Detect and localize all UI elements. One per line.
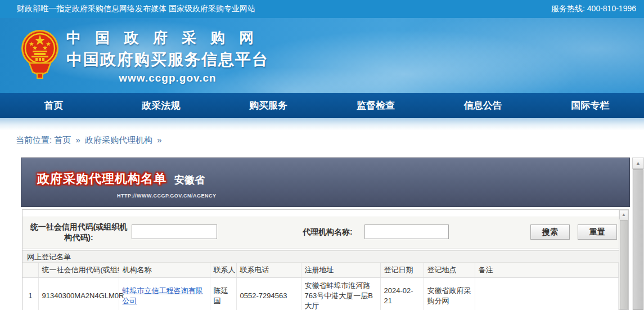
agency-table: 统一社会信用代码(或组织 机构名称 联系人 联系电话 注册地址 登记日期 登记地… xyxy=(22,263,619,310)
table-row: 1 91340300MA2N4GLM0R 蚌埠市立信工程咨询有限公司 陈廷国 0… xyxy=(22,277,619,310)
col-header-remark: 备注 xyxy=(475,263,619,277)
row-credit-code: 91340300MA2N4GLM0R xyxy=(38,277,119,310)
col-header-index xyxy=(22,263,38,277)
outer-scrollbar[interactable]: ▲ xyxy=(632,158,644,310)
col-header-contact: 联系人 xyxy=(210,263,236,277)
row-remark xyxy=(475,277,619,310)
col-header-location: 登记地点 xyxy=(424,263,475,277)
scroll-up-icon[interactable]: ▲ xyxy=(619,210,628,219)
search-form: 统一社会信用代码(或组织机构代码): 代理机构名称: 搜索 重置 xyxy=(22,217,628,249)
breadcrumb-section-link[interactable]: 政府采购代理机构 xyxy=(85,135,152,145)
row-date: 2024-02-21 xyxy=(380,277,424,310)
col-header-address: 注册地址 xyxy=(301,263,380,277)
site-url: www.ccgp.gov.cn xyxy=(66,72,269,84)
nav-item-announcements[interactable]: 信息公告 xyxy=(429,93,537,118)
nav-item-international[interactable]: 国际专栏 xyxy=(537,93,644,118)
agency-name-link[interactable]: 蚌埠市立信工程咨询有限公司 xyxy=(123,286,203,305)
banner-url: HTTP://WWW.CCGP.GOV.CN/AGENCY xyxy=(117,193,217,199)
breadcrumb: 当前位置: 首页 » 政府采购代理机构 » xyxy=(16,135,164,146)
breadcrumb-separator: » xyxy=(155,135,164,145)
col-header-date: 登记日期 xyxy=(380,263,424,277)
site-logo[interactable]: 中 国 政 府 采 购 网 中国政府购买服务信息平台 www.ccgp.gov.… xyxy=(21,28,269,84)
outer-scrollbar-thumb[interactable] xyxy=(633,169,643,310)
col-header-credit-code: 统一社会信用代码(或组织 xyxy=(38,263,119,277)
credit-code-label: 统一社会信用代码(或组织机构代码): xyxy=(27,222,130,243)
banner-title: 政府采购代理机构名单 xyxy=(37,170,166,187)
reset-button[interactable]: 重置 xyxy=(578,224,617,240)
agency-name-input[interactable] xyxy=(364,224,449,239)
breadcrumb-separator: » xyxy=(74,135,83,145)
row-contact: 陈廷国 xyxy=(210,277,236,310)
row-phone: 0552-7294563 xyxy=(236,277,301,310)
agency-name-label: 代理机构名称: xyxy=(303,227,353,237)
national-emblem-icon xyxy=(21,28,58,80)
credit-code-input[interactable] xyxy=(132,224,217,239)
site-header: 中 国 政 府 采 购 网 中国政府购买服务信息平台 www.ccgp.gov.… xyxy=(0,18,644,93)
content-panel: 政府采购代理机构名单 安徽省 HTTP://WWW.CCGP.GOV.CN/AG… xyxy=(21,158,630,310)
inner-scrollbar[interactable]: ▲ xyxy=(619,210,628,309)
breadcrumb-home-link[interactable]: 首页 xyxy=(54,135,71,145)
site-title-block: 中 国 政 府 采 购 网 中国政府购买服务信息平台 www.ccgp.gov.… xyxy=(66,28,269,84)
col-header-agency-name: 机构名称 xyxy=(119,263,210,277)
registration-list-title: 网上登记名单 xyxy=(22,250,628,263)
scroll-up-icon[interactable]: ▲ xyxy=(632,158,644,169)
row-address: 安徽省蚌埠市淮河路763号中港大厦一层B大厅 xyxy=(301,277,380,310)
agency-list-banner: 政府采购代理机构名单 安徽省 HTTP://WWW.CCGP.GOV.CN/AG… xyxy=(21,158,630,207)
nav-item-regulations[interactable]: 政采法规 xyxy=(107,93,215,118)
nav-item-supervision[interactable]: 监督检查 xyxy=(322,93,429,118)
table-header-row: 统一社会信用代码(或组织 机构名称 联系人 联系电话 注册地址 登记日期 登记地… xyxy=(22,263,619,277)
nav-item-home[interactable]: 首页 xyxy=(0,93,107,118)
row-location: 安徽省政府采购分网 xyxy=(424,277,475,310)
results-scroll-area: 统一社会信用代码(或组织机构代码): 代理机构名称: 搜索 重置 网上登记名单 xyxy=(22,209,629,310)
site-subtitle: 中国政府购买服务信息平台 xyxy=(66,49,269,70)
site-title: 中 国 政 府 采 购 网 xyxy=(66,28,269,48)
search-button[interactable]: 搜索 xyxy=(530,224,570,240)
site-tagline: 财政部唯一指定政府采购信息网络发布媒体 国家级政府采购专业网站 xyxy=(17,4,255,14)
main-nav: 首页 政采法规 购买服务 监督检查 信息公告 国际专栏 xyxy=(0,93,644,118)
page: 财政部唯一指定政府采购信息网络发布媒体 国家级政府采购专业网站 服务热线: 40… xyxy=(0,0,644,310)
banner-province: 安徽省 xyxy=(174,173,205,187)
col-header-phone: 联系电话 xyxy=(236,263,301,277)
breadcrumb-prefix: 当前位置: xyxy=(16,135,52,145)
top-utility-bar: 财政部唯一指定政府采购信息网络发布媒体 国家级政府采购专业网站 服务热线: 40… xyxy=(0,0,644,18)
inner-scrollbar-thumb[interactable] xyxy=(620,220,628,309)
service-hotline: 服务热线: 400-810-1996 xyxy=(551,4,636,14)
row-index: 1 xyxy=(22,277,38,310)
nav-fade-strip xyxy=(0,118,644,131)
nav-item-purchase-services[interactable]: 购买服务 xyxy=(215,93,322,118)
